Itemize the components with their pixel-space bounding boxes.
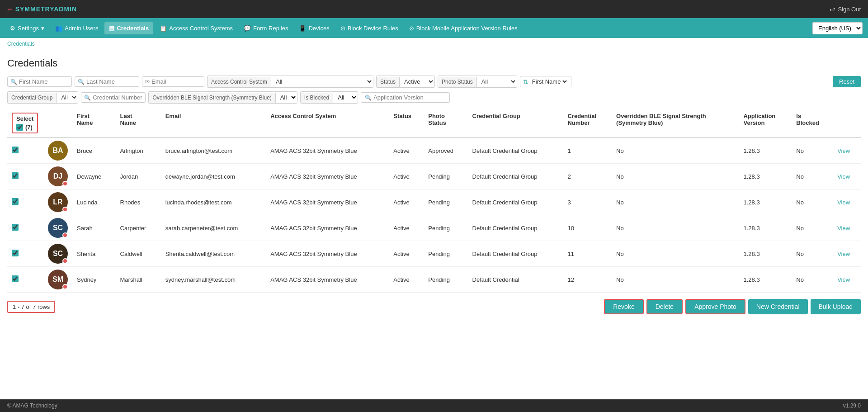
nav-item-form-replies[interactable]: 💬 Form Replies (239, 22, 292, 34)
action-buttons: Revoke Delete Approve Photo New Credenti… (604, 299, 861, 314)
rows-info: 1 - 7 of 7 rows (7, 301, 55, 313)
avatar-cell: BA (43, 137, 72, 164)
logo: ⌐ SYMMETRYADMIN (7, 4, 77, 14)
new-credential-button[interactable]: New Credential (748, 299, 808, 314)
credential-number-cell: 11 (563, 241, 612, 267)
email-cell: Sherita.caldwell@test.com (161, 241, 266, 267)
nav-item-settings[interactable]: ⚙ Settings ▾ (5, 22, 49, 34)
credential-group-cell: Default Credential Group (468, 189, 563, 215)
avatar-cell: LR (43, 189, 72, 215)
credential-number-input[interactable] (93, 94, 142, 101)
language-select[interactable]: English (US) English (UK) Spanish French (812, 22, 863, 34)
logo-icon: ⌐ (7, 4, 13, 14)
sort-wrap: ⇅ First Name Last Name Email (520, 76, 571, 87)
photo-status-column-header: PhotoStatus (424, 109, 467, 137)
nav-item-admin-users[interactable]: 👥 Admin Users (51, 22, 103, 34)
approve-photo-button[interactable]: Approve Photo (685, 299, 745, 314)
credential-group-cell: Default Credential Group (468, 137, 563, 164)
nav-item-devices[interactable]: 📱 Devices (294, 22, 334, 34)
credential-group-filter: Credential Group All (7, 91, 78, 104)
status-cell: Active (389, 137, 424, 164)
app-version-cell: 1.28.3 (739, 189, 792, 215)
devices-icon: 📱 (299, 25, 306, 32)
is-blocked-cell: No (792, 241, 833, 267)
view-link[interactable]: View (837, 225, 850, 232)
email-input[interactable] (151, 78, 201, 85)
ble-column-header: Overridden BLE Signal Strength(Symmetry … (612, 109, 739, 137)
version-text: v1.29.0 (843, 403, 861, 403)
credential-group-select[interactable]: All (57, 92, 78, 103)
dropdown-arrow-icon: ▾ (41, 25, 44, 32)
revoke-button[interactable]: Revoke (604, 299, 643, 314)
nav-bar: ⚙ Settings ▾ 👥 Admin Users ▤ Credentials… (0, 18, 868, 38)
view-link[interactable]: View (837, 276, 850, 283)
app-version-cell: 1.28.3 (739, 241, 792, 267)
first-name-input[interactable] (19, 78, 69, 85)
sort-select[interactable]: First Name Last Name Email (530, 78, 568, 85)
app-version-cell: 1.28.3 (739, 164, 792, 189)
row-checkbox[interactable] (12, 275, 19, 282)
credential-number-cell: 10 (563, 215, 612, 241)
bulk-upload-button[interactable]: Bulk Upload (811, 299, 861, 314)
email-cell: sydney.marshall@test.com (161, 267, 266, 293)
nav-item-access-control[interactable]: 📋 Access Control Systems (155, 22, 237, 34)
avatar: BA (48, 141, 68, 161)
photo-status-select[interactable]: All Approved Pending (477, 76, 517, 87)
ble-select[interactable]: All (276, 92, 297, 103)
sign-out-button[interactable]: ⮐ Sign Out (830, 6, 861, 13)
first-name-column-header: FirstName (72, 109, 116, 137)
row-checkbox[interactable] (12, 250, 19, 256)
credential-group-cell: Default Credential Group (468, 164, 563, 189)
acs-select[interactable]: All AMAG ACS 32bit Symmetry Blue (271, 76, 373, 87)
ble-cell: No (612, 164, 739, 189)
is-blocked-column-header: IsBlocked (792, 109, 833, 137)
row-checkbox[interactable] (12, 198, 19, 205)
photo-status-cell: Pending (424, 267, 467, 293)
last-name-column-header: LastName (116, 109, 161, 137)
last-name-cell: Jordan (116, 164, 161, 189)
isblocked-select[interactable]: All Yes No (333, 92, 358, 103)
last-name-cell: Rhodes (116, 189, 161, 215)
nav-item-block-device[interactable]: ⊘ Block Device Rules (336, 22, 403, 34)
last-name-input[interactable] (86, 78, 136, 85)
credential-group-cell: Default Credential Group (468, 241, 563, 267)
is-blocked-cell: No (792, 215, 833, 241)
acs-cell: AMAG ACS 32bit Symmetry Blue (266, 164, 389, 189)
credential-number-cell: 12 (563, 267, 612, 293)
nav-item-block-mobile[interactable]: ⊘ Block Mobile Application Version Rules (405, 22, 522, 34)
last-name-filter: 🔍 (75, 76, 139, 87)
ble-cell: No (612, 215, 739, 241)
select-all-checkbox[interactable] (16, 124, 23, 131)
view-link[interactable]: View (837, 173, 850, 180)
view-link[interactable]: View (837, 199, 850, 206)
delete-button[interactable]: Delete (646, 299, 683, 314)
row-checkbox[interactable] (12, 224, 19, 231)
email-cell: bruce.arlington@test.com (161, 137, 266, 164)
search-icon-3: 🔍 (84, 95, 91, 101)
status-cell: Active (389, 164, 424, 189)
app-version-input[interactable] (373, 94, 446, 101)
reset-button[interactable]: Reset (833, 76, 861, 87)
row-checkbox[interactable] (12, 147, 19, 153)
view-link[interactable]: View (837, 147, 850, 154)
main-content: Credentials 🔍 🔍 ✉ Access Control System … (0, 50, 868, 403)
avatar-cell: DJ (43, 164, 72, 189)
view-link[interactable]: View (837, 251, 850, 257)
credential-group-cell: Default Credential (468, 267, 563, 293)
actions-column-header (833, 109, 861, 137)
email-cell: sarah.carpeneter@test.com (161, 215, 266, 241)
status-cell: Active (389, 267, 424, 293)
row-checkbox[interactable] (12, 172, 19, 179)
credential-number-cell: 2 (563, 164, 612, 189)
select-count: (7) (25, 124, 33, 131)
credential-group-column-header: Credential Group (468, 109, 563, 137)
photo-status-cell: Pending (424, 241, 467, 267)
credential-group-cell: Default Credential Group (468, 215, 563, 241)
last-name-cell: Carpenter (116, 215, 161, 241)
nav-item-credentials[interactable]: ▤ Credentials (104, 22, 153, 34)
breadcrumb[interactable]: Credentials (0, 38, 868, 50)
table-row: LR Lucinda Rhodes lucinda.rhodes@test.co… (7, 189, 861, 215)
language-selector[interactable]: English (US) English (UK) Spanish French (812, 22, 863, 34)
status-select[interactable]: All Active Inactive (400, 76, 434, 87)
search-icon: 🔍 (10, 79, 17, 85)
